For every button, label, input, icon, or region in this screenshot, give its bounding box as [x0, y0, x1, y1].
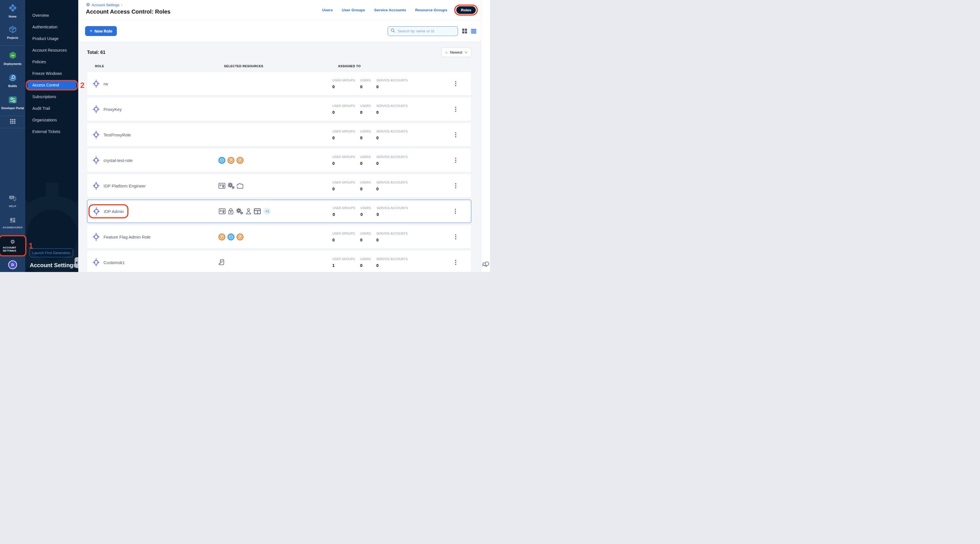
table-row-testproxyrole[interactable]: TestProxyRole USER GROUPS0 USERS0 SERVIC… — [87, 123, 471, 146]
sidebar-item-help[interactable]: ? HELP — [0, 195, 25, 208]
feature-flag-orange-circle-icon — [237, 157, 243, 164]
deployments-hexagon-icon: ∞ — [8, 51, 18, 61]
chevron-left-icon — [75, 261, 77, 264]
template-icon — [219, 208, 226, 215]
sidebar-item-account-settings[interactable]: ⚙ ACCOUNT SETTINGS 1 — [0, 236, 25, 256]
user-icon — [245, 208, 252, 215]
tab-users[interactable]: Users — [322, 8, 333, 12]
role-name: IDP Platform Engineer — [103, 183, 146, 188]
roles-rows: rw USER GROUPS0 USERS0 SERVICE ACCOUNTS0… — [87, 72, 471, 272]
collapse-sidebar-handle[interactable] — [75, 257, 78, 268]
role-crosshair-icon — [93, 156, 100, 164]
table-row-rw[interactable]: rw USER GROUPS0 USERS0 SERVICE ACCOUNTS0 — [87, 72, 471, 95]
table-row-crystal-test-role[interactable]: crystal-test-role USER GROUPS0 USERS0 SE… — [87, 149, 471, 172]
nav-item-subscriptions[interactable]: Subscriptions — [25, 93, 76, 101]
builds-icon — [8, 73, 18, 83]
search-input[interactable] — [397, 29, 455, 33]
sort-dropdown[interactable]: ↑↓ Newest — [441, 48, 471, 57]
tab-service-accounts[interactable]: Service Accounts — [374, 8, 406, 12]
tab-user-groups[interactable]: User Groups — [342, 8, 365, 12]
resources-overflow-badge[interactable]: +1 — [263, 208, 271, 215]
user-groups-label: USER GROUPS — [332, 181, 360, 184]
table-row-proxykey[interactable]: ProxyKey USER GROUPS0 USERS0 SERVICE ACC… — [87, 97, 471, 121]
column-header-assigned-to: ASSIGNED TO — [338, 64, 361, 68]
rail-divider — [0, 128, 25, 128]
row-menu-button[interactable] — [454, 131, 458, 138]
sidebar-item-label: DASHBOARDS — [3, 226, 22, 229]
users-label: USERS — [360, 155, 376, 159]
nav-item-account-resources[interactable]: Account Resources — [25, 46, 76, 54]
sidebar-item-builds[interactable]: Builds — [0, 73, 25, 88]
list-column-headers: ROLE SELECTED RESOURCES ASSIGNED TO — [87, 64, 471, 68]
nav-item-external-tickets[interactable]: External Tickets — [25, 128, 76, 136]
row-menu-button[interactable] — [454, 80, 458, 87]
nav-item-overview[interactable]: Overview — [25, 11, 76, 19]
grid-modules-icon — [9, 119, 16, 126]
tab-resource-groups[interactable]: Resource Groups — [415, 8, 447, 12]
table-row-feature-flag-admin-role[interactable]: Feature Flag Admin Role USER GROUPS0 USE… — [87, 225, 471, 248]
users-count: 0 — [360, 263, 376, 268]
table-row-idp-admin-selected[interactable]: IDP Admin +1 USER GROUPS0 USERS0 — [87, 200, 471, 223]
plugin-icon — [237, 183, 244, 189]
user-groups-count: 0 — [332, 238, 360, 242]
new-role-label: New Role — [94, 29, 112, 33]
settings-subnav: Overview Authentication Product Usage Ac… — [25, 0, 78, 272]
nav-item-audit-trail[interactable]: Audit Trail — [25, 104, 76, 113]
row-menu-button[interactable] — [454, 258, 458, 266]
breadcrumb-link-account-settings[interactable]: Account Settings — [92, 3, 119, 7]
user-groups-count: 0 — [332, 187, 360, 191]
nav-item-policies[interactable]: Policies — [25, 58, 76, 66]
table-row-customsk1[interactable]: Customsk1 USER GROUPS1 USERS0 SERVICE AC… — [87, 251, 471, 272]
row-menu-button[interactable] — [454, 182, 458, 189]
row-menu-button[interactable] — [454, 105, 458, 113]
service-accounts-label: SERVICE ACCOUNTS — [376, 257, 419, 261]
user-avatar[interactable]: D — [8, 260, 17, 269]
search-icon — [391, 29, 395, 34]
row-menu-button[interactable] — [454, 156, 458, 164]
users-count: 0 — [360, 238, 376, 242]
nav-item-freeze-windows[interactable]: Freeze Windows — [25, 70, 76, 78]
users-count: 0 — [360, 212, 377, 217]
projects-cube-icon — [8, 25, 17, 35]
sidebar-item-label: Deployments — [4, 62, 22, 66]
user-groups-label: USER GROUPS — [332, 130, 360, 133]
tab-roles-active[interactable]: Roles — [456, 6, 476, 14]
service-accounts-count: 0 — [376, 238, 419, 242]
users-label: USERS — [360, 257, 376, 261]
user-groups-label: USER GROUPS — [332, 232, 360, 235]
nav-item-authentication[interactable]: Authentication — [25, 23, 76, 31]
avatar-initial: D — [11, 262, 14, 267]
row-menu-button[interactable] — [453, 207, 457, 215]
table-row-idp-platform-engineer[interactable]: IDP Platform Engineer USER GROUPS0 USERS… — [87, 174, 471, 197]
grid-view-button[interactable] — [462, 29, 467, 33]
developer-portal-icon — [8, 95, 18, 105]
user-groups-count: 0 — [332, 84, 360, 89]
gears-icon — [228, 182, 235, 189]
nav-item-organizations[interactable]: Organizations — [25, 116, 76, 124]
module-selector-button[interactable] — [0, 119, 25, 126]
role-name: rw — [103, 81, 108, 86]
nav-item-label: Access Control — [32, 83, 59, 87]
page-header: ⚙ Account Settings › Account Access Cont… — [78, 0, 490, 21]
sidebar-item-deployments[interactable]: ∞ Deployments — [0, 51, 25, 66]
role-name: Feature Flag Admin Role — [103, 235, 151, 239]
support-chat-icon[interactable] — [482, 260, 490, 268]
new-role-button[interactable]: + New Role — [85, 26, 117, 36]
sidebar-item-dashboards[interactable]: DASHBOARDS — [0, 217, 25, 229]
launch-first-generation-button[interactable]: Launch First Generation — [30, 248, 73, 257]
role-crosshair-icon — [93, 80, 100, 88]
layout-icon — [254, 208, 261, 215]
sidebar-item-label: Builds — [8, 84, 17, 88]
sidebar-item-projects[interactable]: Projects — [0, 25, 25, 40]
sidebar-item-developer-portal[interactable]: Developer Portal — [0, 95, 25, 110]
users-count: 0 — [360, 110, 376, 115]
list-view-button-active[interactable] — [471, 29, 476, 33]
row-menu-button[interactable] — [454, 233, 458, 240]
sort-arrows-icon: ↑↓ — [445, 51, 447, 54]
nav-item-access-control[interactable]: Access Control 2 — [27, 81, 76, 89]
sidebar-item-home[interactable]: Home — [0, 3, 25, 18]
service-accounts-count: 0 — [376, 161, 419, 165]
nav-item-product-usage[interactable]: Product Usage — [25, 35, 76, 43]
service-accounts-label: SERVICE ACCOUNTS — [376, 232, 419, 235]
annotation-step-1: 1 — [29, 241, 33, 250]
